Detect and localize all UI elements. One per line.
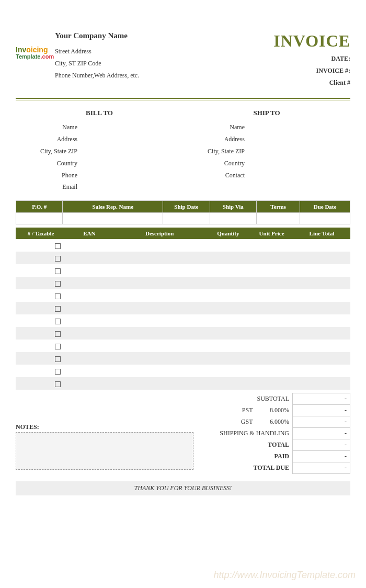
checkbox-icon[interactable] [55, 381, 61, 387]
quantity-cell[interactable] [207, 352, 250, 365]
taxable-cell[interactable] [16, 302, 66, 314]
quantity-cell[interactable] [207, 277, 250, 289]
line-total-cell [293, 352, 350, 365]
item-row [16, 252, 350, 264]
description-cell[interactable] [113, 340, 207, 352]
checkbox-icon[interactable] [55, 356, 61, 362]
order-meta-table: P.O. # Sales Rep. Name Ship Date Ship Vi… [16, 200, 350, 224]
ean-cell[interactable] [66, 314, 113, 327]
unit-price-cell[interactable] [250, 302, 293, 314]
quantity-cell[interactable] [207, 377, 250, 390]
quantity-cell[interactable] [207, 239, 250, 252]
ean-cell[interactable] [66, 239, 113, 252]
unit-price-cell[interactable] [250, 314, 293, 327]
taxable-cell[interactable] [16, 252, 66, 264]
taxable-cell[interactable] [16, 289, 66, 302]
description-cell[interactable] [113, 365, 207, 377]
description-cell[interactable] [113, 239, 207, 252]
ean-cell[interactable] [66, 352, 113, 365]
taxable-cell[interactable] [16, 365, 66, 377]
item-row [16, 289, 350, 302]
col-po: P.O. # [16, 201, 63, 213]
terms-field[interactable] [257, 213, 300, 224]
quantity-cell[interactable] [207, 302, 250, 314]
checkbox-icon[interactable] [55, 369, 61, 375]
quantity-cell[interactable] [207, 365, 250, 377]
unit-price-cell[interactable] [250, 365, 293, 377]
checkbox-icon[interactable] [55, 256, 61, 262]
unit-price-cell[interactable] [250, 377, 293, 390]
item-row [16, 239, 350, 252]
description-cell[interactable] [113, 377, 207, 390]
checkbox-icon[interactable] [55, 306, 61, 312]
ean-cell[interactable] [66, 277, 113, 289]
line-total-cell [293, 277, 350, 289]
description-cell[interactable] [113, 252, 207, 264]
col-description: Description [113, 228, 207, 239]
taxable-cell[interactable] [16, 340, 66, 352]
ean-cell[interactable] [66, 327, 113, 340]
paid-value: - [293, 451, 350, 462]
checkbox-icon[interactable] [55, 281, 61, 287]
checkbox-icon[interactable] [55, 319, 61, 324]
unit-price-cell[interactable] [250, 239, 293, 252]
bill-to-email-label: Email [16, 181, 83, 193]
notes-field[interactable] [16, 432, 193, 470]
checkbox-icon[interactable] [55, 331, 61, 337]
unit-price-cell[interactable] [250, 327, 293, 340]
subtotal-value: - [293, 393, 350, 405]
line-total-cell [293, 327, 350, 340]
quantity-cell[interactable] [207, 264, 250, 277]
taxable-cell[interactable] [16, 377, 66, 390]
ean-cell[interactable] [66, 377, 113, 390]
taxable-cell[interactable] [16, 277, 66, 289]
unit-price-cell[interactable] [250, 264, 293, 277]
quantity-cell[interactable] [207, 314, 250, 327]
checkbox-icon[interactable] [55, 344, 61, 349]
checkbox-icon[interactable] [55, 243, 61, 249]
totals-block: SUBTOTAL - PST 8.000% - GST 6.000% - SHI… [200, 393, 350, 474]
sales-rep-field[interactable] [63, 213, 163, 224]
description-cell[interactable] [113, 352, 207, 365]
taxable-cell[interactable] [16, 239, 66, 252]
total-label: TOTAL [200, 439, 293, 451]
meta-invoice-no-label: INVOICE #: [273, 65, 350, 77]
unit-price-cell[interactable] [250, 352, 293, 365]
quantity-cell[interactable] [207, 289, 250, 302]
quantity-cell[interactable] [207, 327, 250, 340]
ship-date-field[interactable] [163, 213, 210, 224]
quantity-cell[interactable] [207, 252, 250, 264]
description-cell[interactable] [113, 264, 207, 277]
po-field[interactable] [16, 213, 63, 224]
ean-cell[interactable] [66, 340, 113, 352]
company-street: Street Address [55, 46, 273, 58]
ean-cell[interactable] [66, 252, 113, 264]
description-cell[interactable] [113, 314, 207, 327]
description-cell[interactable] [113, 289, 207, 302]
unit-price-cell[interactable] [250, 289, 293, 302]
quantity-cell[interactable] [207, 340, 250, 352]
bill-to-title: BILL TO [16, 109, 183, 117]
meta-client-no-label: Client # [273, 77, 350, 89]
description-cell[interactable] [113, 327, 207, 340]
unit-price-cell[interactable] [250, 252, 293, 264]
ship-to-name-label: Name [183, 121, 250, 133]
taxable-cell[interactable] [16, 314, 66, 327]
description-cell[interactable] [113, 302, 207, 314]
taxable-cell[interactable] [16, 264, 66, 277]
item-row [16, 340, 350, 352]
checkbox-icon[interactable] [55, 293, 61, 299]
unit-price-cell[interactable] [250, 340, 293, 352]
checkbox-icon[interactable] [55, 268, 61, 274]
ean-cell[interactable] [66, 289, 113, 302]
description-cell[interactable] [113, 277, 207, 289]
ship-via-field[interactable] [210, 213, 256, 224]
ean-cell[interactable] [66, 365, 113, 377]
unit-price-cell[interactable] [250, 277, 293, 289]
taxable-cell[interactable] [16, 352, 66, 365]
total-value: - [293, 439, 350, 451]
ean-cell[interactable] [66, 302, 113, 314]
ean-cell[interactable] [66, 264, 113, 277]
due-date-field[interactable] [300, 213, 350, 224]
taxable-cell[interactable] [16, 327, 66, 340]
